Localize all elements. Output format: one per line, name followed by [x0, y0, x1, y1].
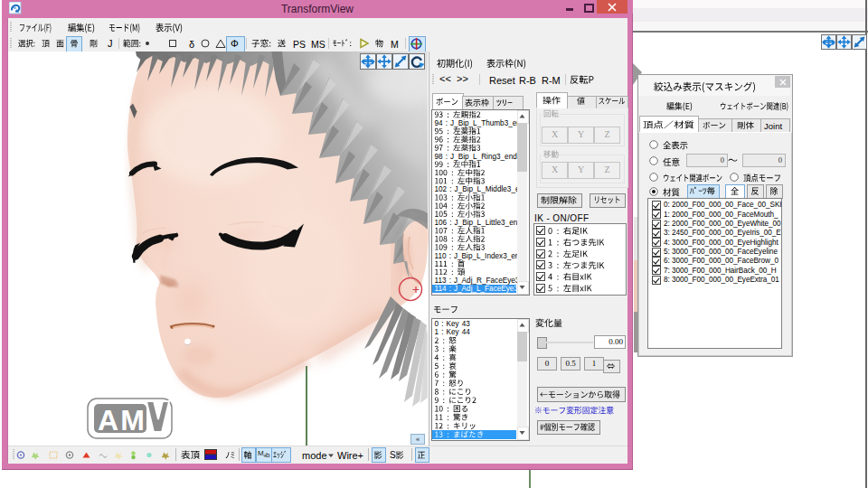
svg-text:AM: AM — [98, 404, 145, 436]
